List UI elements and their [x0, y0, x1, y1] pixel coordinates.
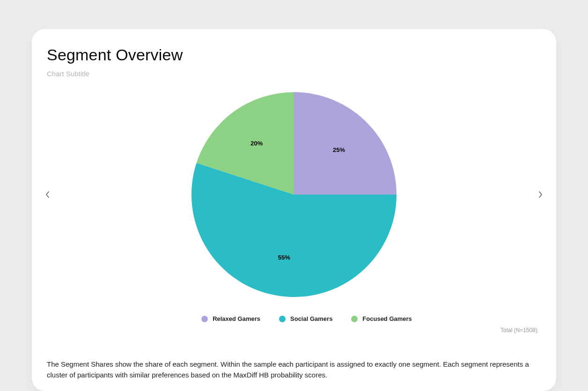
chart-legend: Relaxed Gamers Social Gamers Focused Gam… — [72, 315, 541, 322]
next-chart-button[interactable] — [534, 188, 547, 201]
pie-slice-label: 55% — [278, 254, 290, 261]
pie-slice-label: 20% — [250, 140, 263, 147]
legend-swatch — [351, 316, 358, 322]
card-title: Segment Overview — [47, 46, 541, 64]
legend-label: Social Gamers — [290, 315, 332, 322]
chart-description: The Segment Shares show the share of eac… — [47, 359, 541, 381]
legend-swatch — [201, 316, 208, 322]
legend-label: Relaxed Gamers — [213, 315, 260, 322]
legend-item: Focused Gamers — [351, 315, 412, 322]
legend-label: Focused Gamers — [362, 315, 412, 322]
pie-chart: 25%55%20% — [191, 92, 397, 297]
pie-slice — [294, 92, 397, 195]
chevron-right-icon — [537, 191, 543, 198]
legend-swatch — [279, 316, 286, 322]
chevron-left-icon — [45, 191, 51, 198]
legend-item: Relaxed Gamers — [201, 315, 260, 322]
pie-slice-label: 25% — [333, 146, 345, 153]
total-note: Total (N=1508) — [47, 327, 541, 333]
legend-item: Social Gamers — [279, 315, 332, 322]
chart-card: Segment Overview Chart Subtitle 25%55%20… — [32, 29, 556, 391]
prev-chart-button[interactable] — [41, 188, 54, 201]
card-subtitle: Chart Subtitle — [47, 70, 541, 78]
chart-row: 25%55%20% — [47, 82, 541, 307]
